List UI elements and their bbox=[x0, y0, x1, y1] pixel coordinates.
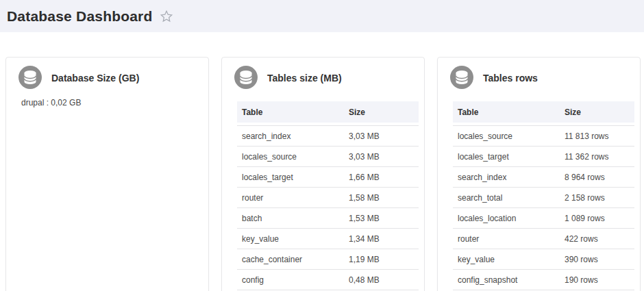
table-name-cell: key_value bbox=[453, 255, 565, 264]
table-header-row: Table Size bbox=[453, 101, 634, 123]
table-row: router1,58 MB bbox=[237, 188, 419, 208]
table-name-cell: locales_source bbox=[453, 131, 565, 141]
table-value-cell: 3,03 MB bbox=[349, 152, 419, 162]
table-row: search_index8 964 rows bbox=[453, 167, 634, 188]
card-tables-rows: Tables rows Table Size locales_source11 … bbox=[437, 57, 641, 291]
table-value-cell: 1,58 MB bbox=[349, 193, 419, 203]
table-body: locales_source11 813 rowslocales_target1… bbox=[453, 125, 634, 291]
card-title: Database Size (GB) bbox=[51, 66, 139, 84]
table-name-cell: config_snapshot bbox=[453, 275, 565, 285]
table-value-cell: 422 rows bbox=[565, 234, 634, 244]
table-value-cell: 190 rows bbox=[565, 275, 634, 285]
table-value-cell: 1,19 MB bbox=[349, 255, 419, 264]
table-row: locales_source11 813 rows bbox=[453, 126, 634, 147]
table-row: search_index3,03 MB bbox=[237, 126, 419, 147]
table-row: search_total2 158 rows bbox=[453, 188, 634, 208]
database-icon bbox=[450, 66, 473, 89]
table-name-cell: locales_target bbox=[237, 173, 349, 182]
table-name-cell: locales_location bbox=[453, 214, 565, 223]
column-header-size: Size bbox=[349, 107, 419, 117]
page-title: Database Dashboard bbox=[7, 8, 153, 25]
table-name-cell: locales_source bbox=[237, 152, 349, 162]
table-value-cell: 8 964 rows bbox=[565, 173, 634, 182]
table-name-cell: batch bbox=[237, 214, 349, 223]
table-name-cell: cache_container bbox=[237, 255, 349, 264]
table-row: config_snapshot190 rows bbox=[453, 270, 634, 290]
card-header: Tables size (MB) bbox=[222, 58, 424, 89]
table-name-cell: search_index bbox=[453, 173, 565, 182]
table-name-cell: search_index bbox=[237, 131, 349, 141]
table-row: locales_target1,66 MB bbox=[237, 167, 419, 188]
table-value-cell: 1,66 MB bbox=[349, 173, 419, 182]
database-icon bbox=[18, 66, 42, 89]
table-row: cache_container1,19 MB bbox=[237, 249, 419, 270]
table-value-cell: 3,03 MB bbox=[349, 131, 419, 141]
table-value-cell: 2 158 rows bbox=[565, 193, 634, 203]
topbar: Database Dashboard bbox=[0, 0, 644, 32]
card-header: Database Size (GB) bbox=[6, 58, 208, 89]
cards-row: Database Size (GB) drupal : 0,02 GB Tabl… bbox=[5, 57, 641, 291]
table-row: key_value1,34 MB bbox=[237, 229, 419, 249]
card-title: Tables size (MB) bbox=[267, 66, 342, 84]
table-row: config0,48 MB bbox=[237, 270, 419, 290]
table-row: key_value390 rows bbox=[453, 249, 634, 270]
table-value-cell: 0,48 MB bbox=[349, 275, 419, 285]
table-name-cell: key_value bbox=[237, 234, 349, 244]
card-tables-size: Tables size (MB) Table Size search_index… bbox=[221, 57, 425, 291]
table-row: locales_location1 089 rows bbox=[453, 208, 634, 229]
table-value-cell: 1 089 rows bbox=[565, 214, 634, 223]
table-value-cell: 11 813 rows bbox=[565, 131, 634, 141]
database-icon bbox=[234, 66, 258, 89]
table-name-cell: locales_target bbox=[453, 152, 565, 162]
table-header-row: Table Size bbox=[237, 101, 419, 123]
table-name-cell: config bbox=[237, 275, 349, 285]
table-row: batch1,53 MB bbox=[237, 208, 419, 229]
table-row: locales_source3,03 MB bbox=[237, 147, 419, 167]
column-header-table: Table bbox=[237, 107, 349, 117]
table-name-cell: router bbox=[453, 234, 565, 244]
favorite-star-icon[interactable] bbox=[159, 9, 174, 24]
table-name-cell: search_total bbox=[453, 193, 565, 203]
card-title: Tables rows bbox=[483, 66, 538, 84]
table-value-cell: 1,34 MB bbox=[349, 234, 419, 244]
table-row: router422 rows bbox=[453, 229, 634, 249]
table-row: locales_target11 362 rows bbox=[453, 147, 634, 167]
table-value-cell: 11 362 rows bbox=[565, 152, 634, 162]
table-body: search_index3,03 MBlocales_source3,03 MB… bbox=[237, 125, 419, 291]
column-header-size: Size bbox=[565, 107, 634, 117]
tables-size-table: Table Size search_index3,03 MBlocales_so… bbox=[237, 101, 419, 291]
tables-rows-table: Table Size locales_source11 813 rowsloca… bbox=[453, 101, 634, 291]
table-value-cell: 390 rows bbox=[565, 255, 634, 264]
database-size-value: drupal : 0,02 GB bbox=[21, 98, 196, 107]
column-header-table: Table bbox=[453, 107, 565, 117]
table-name-cell: router bbox=[237, 193, 349, 203]
table-value-cell: 1,53 MB bbox=[349, 214, 419, 223]
card-database-size: Database Size (GB) drupal : 0,02 GB bbox=[5, 57, 209, 291]
card-header: Tables rows bbox=[438, 58, 640, 89]
